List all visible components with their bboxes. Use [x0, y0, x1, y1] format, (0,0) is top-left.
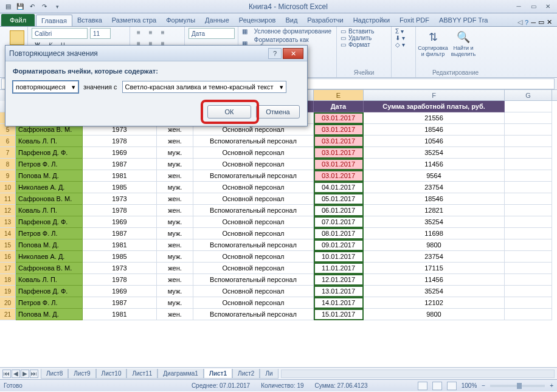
- dialog-help-icon[interactable]: ?: [268, 48, 282, 59]
- ribbon-tab[interactable]: Разметка стра: [107, 15, 161, 26]
- cell[interactable]: Основной персонал: [193, 251, 314, 263]
- cell[interactable]: 1985: [83, 182, 157, 193]
- cell[interactable]: 1981: [83, 239, 157, 251]
- cell[interactable]: [505, 193, 552, 205]
- row-header[interactable]: 21: [0, 309, 16, 320]
- cell[interactable]: [505, 147, 552, 159]
- font-size-combo[interactable]: 11: [90, 28, 111, 39]
- cell[interactable]: 05.01.2017: [314, 193, 364, 205]
- cell[interactable]: 9800: [364, 309, 505, 320]
- cell[interactable]: 10546: [364, 136, 505, 147]
- zoom-slider[interactable]: [490, 385, 545, 387]
- sheet-tab[interactable]: Лист9: [68, 369, 95, 379]
- row-header[interactable]: 20: [0, 297, 16, 309]
- cell[interactable]: Основной персонал: [193, 228, 314, 239]
- cell[interactable]: муж.: [157, 216, 193, 228]
- cell[interactable]: муж.: [157, 182, 193, 193]
- ribbon-tab[interactable]: Главная: [36, 15, 72, 26]
- cell[interactable]: муж.: [157, 147, 193, 159]
- column-header[interactable]: E: [314, 90, 364, 100]
- help-icon[interactable]: ?: [525, 19, 528, 26]
- cell[interactable]: жен.: [157, 193, 193, 205]
- cell[interactable]: Основной персонал: [193, 216, 314, 228]
- sheet-nav-first-icon[interactable]: ⏮: [2, 370, 11, 378]
- cell[interactable]: жен.: [157, 309, 193, 320]
- cell[interactable]: жен.: [157, 239, 193, 251]
- cell[interactable]: жен.: [157, 205, 193, 216]
- row-header[interactable]: 17: [0, 263, 16, 274]
- cell[interactable]: Петров Ф. Л.: [16, 297, 83, 309]
- cell[interactable]: жен.: [157, 136, 193, 147]
- cell[interactable]: 1987: [83, 228, 157, 239]
- cell[interactable]: [505, 124, 552, 136]
- cell[interactable]: 9800: [364, 239, 505, 251]
- cell[interactable]: муж.: [157, 251, 193, 263]
- cell[interactable]: [505, 216, 552, 228]
- cell[interactable]: 03.01.2017: [314, 147, 364, 159]
- cell[interactable]: 06.01.2017: [314, 205, 364, 216]
- cell[interactable]: Коваль Л. П.: [16, 205, 83, 216]
- cell[interactable]: 03.01.2017: [314, 136, 364, 147]
- table-header-cell[interactable]: Дата: [314, 101, 364, 112]
- delete-cells-button[interactable]: ▭ Удалить: [341, 35, 387, 41]
- cell[interactable]: 1987: [83, 297, 157, 309]
- cell[interactable]: муж.: [157, 228, 193, 239]
- sheet-tab[interactable]: Лист1: [204, 369, 232, 379]
- row-header[interactable]: 10: [0, 182, 16, 193]
- clear-button[interactable]: ◇ ▾: [395, 41, 412, 48]
- cell[interactable]: Вспомогательный персонал: [193, 274, 314, 286]
- cell[interactable]: [505, 297, 552, 309]
- ribbon-tab[interactable]: ABBYY PDF Tra: [434, 15, 493, 26]
- cell[interactable]: Вспомогательный персонал: [193, 205, 314, 216]
- worksheet-grid[interactable]: ABCDEFG 3ИмяДата рожденияПолКатегория пе…: [0, 90, 557, 367]
- redo-icon[interactable]: ↷: [39, 1, 50, 12]
- sheet-tab[interactable]: Лист2: [232, 369, 260, 379]
- cell[interactable]: Основной персонал: [193, 193, 314, 205]
- cell[interactable]: [505, 274, 552, 286]
- cell[interactable]: [505, 286, 552, 297]
- cell[interactable]: Парфенов Д. Ф.: [16, 147, 83, 159]
- cell[interactable]: жен.: [157, 274, 193, 286]
- cell[interactable]: [505, 309, 552, 320]
- ribbon-tab[interactable]: Foxit PDF: [395, 15, 434, 26]
- cell[interactable]: жен.: [157, 263, 193, 274]
- doc-minimize-icon[interactable]: ─: [531, 19, 536, 26]
- sheet-nav-next-icon[interactable]: ▶: [21, 370, 29, 378]
- cell[interactable]: 03.01.2017: [314, 170, 364, 182]
- align-mid-icon[interactable]: ≡: [146, 28, 156, 37]
- cell[interactable]: 03.01.2017: [314, 112, 364, 124]
- align-bot-icon[interactable]: ≡: [158, 28, 168, 37]
- cell[interactable]: Попова М. Д.: [16, 239, 83, 251]
- dialog-format-select[interactable]: Светло-красная заливка и темно-красный т…: [122, 81, 286, 93]
- cell[interactable]: муж.: [157, 297, 193, 309]
- dialog-condition-select[interactable]: повторяющиеся▾: [13, 81, 78, 93]
- row-header[interactable]: 6: [0, 136, 16, 147]
- dialog-ok-button[interactable]: ОК: [207, 105, 251, 119]
- cell[interactable]: Парфенов Д. Ф.: [16, 286, 83, 297]
- row-header[interactable]: 12: [0, 205, 16, 216]
- cell[interactable]: [505, 251, 552, 263]
- ribbon-tab[interactable]: Рецензиров: [234, 15, 281, 26]
- cell[interactable]: Основной персонал: [193, 147, 314, 159]
- cell[interactable]: 1969: [83, 286, 157, 297]
- ribbon-expand-icon[interactable]: ◁: [517, 18, 522, 26]
- cell[interactable]: 10.01.2017: [314, 251, 364, 263]
- restore-icon[interactable]: ▭: [527, 2, 540, 12]
- row-header[interactable]: 16: [0, 251, 16, 263]
- cell[interactable]: 12.01.2017: [314, 274, 364, 286]
- cell[interactable]: 03.01.2017: [314, 159, 364, 170]
- row-header[interactable]: 18: [0, 274, 16, 286]
- cell[interactable]: Основной персонал: [193, 159, 314, 170]
- cell[interactable]: [505, 136, 552, 147]
- cell[interactable]: Основной персонал: [193, 182, 314, 193]
- cell[interactable]: [505, 205, 552, 216]
- qat-dropdown-icon[interactable]: [51, 1, 62, 12]
- cell[interactable]: 35254: [364, 216, 505, 228]
- cell[interactable]: 35254: [364, 286, 505, 297]
- cell[interactable]: 1981: [83, 170, 157, 182]
- cell[interactable]: [505, 170, 552, 182]
- insert-cells-button[interactable]: ▭ Вставить: [341, 28, 387, 35]
- doc-close-icon[interactable]: ✕: [547, 18, 552, 26]
- cell[interactable]: 11.01.2017: [314, 263, 364, 274]
- format-cells-button[interactable]: ▭ Формат: [341, 41, 387, 48]
